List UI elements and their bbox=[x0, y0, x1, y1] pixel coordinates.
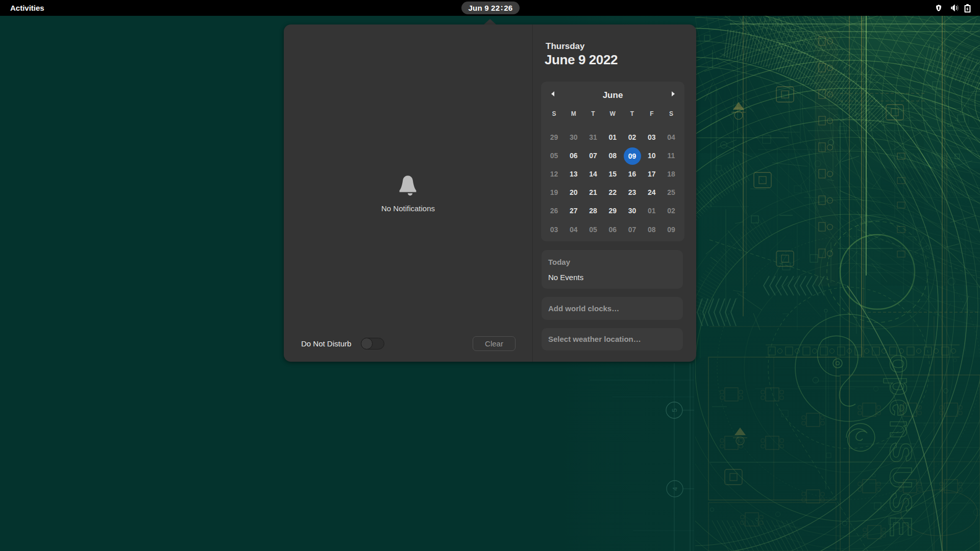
svg-text:5: 5 bbox=[671, 408, 678, 412]
svg-text:4: 4 bbox=[671, 487, 679, 490]
